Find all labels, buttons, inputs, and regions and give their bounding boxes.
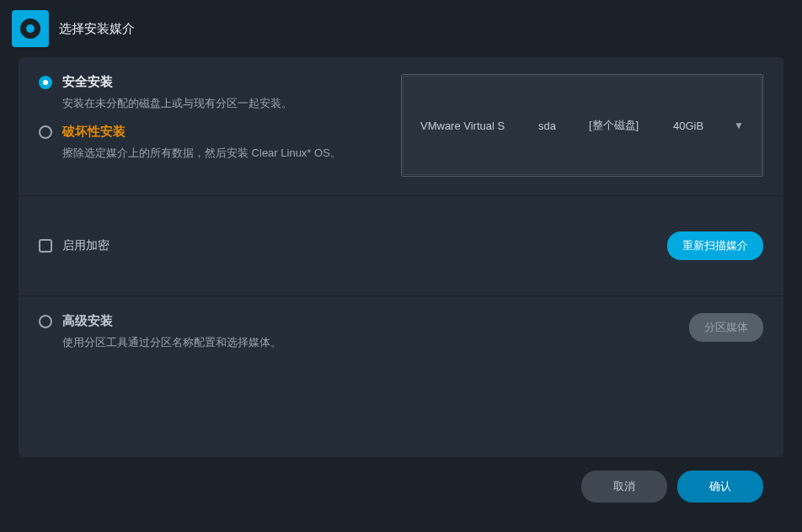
app-icon xyxy=(12,10,49,47)
radio-advanced-install[interactable]: 高级安装 使用分区工具通过分区名称配置和选择媒体。 xyxy=(39,313,281,351)
encryption-checkbox[interactable] xyxy=(39,239,52,253)
radio-destructive-install[interactable]: 破坏性安装 擦除选定媒介上的所有数据，然后安装 Clear Linux* OS。 xyxy=(39,124,376,162)
disk-size: 40GiB xyxy=(673,120,734,132)
disk-scope: [整个磁盘] xyxy=(589,118,673,133)
install-options-section: 安全安装 安装在未分配的磁盘上或与现有分区一起安装。 破坏性安装 擦除选定媒介上… xyxy=(19,57,783,196)
radio-destructive-desc: 擦除选定媒介上的所有数据，然后安装 Clear Linux* OS。 xyxy=(62,145,376,162)
disk-name: VMware Virtual S xyxy=(420,120,538,132)
footer: 取消 确认 xyxy=(19,457,783,516)
disk-dropdown[interactable]: VMware Virtual S sda [整个磁盘] 40GiB ▼ xyxy=(403,76,762,175)
encryption-section: 启用加密 重新扫描媒介 xyxy=(19,196,783,296)
confirm-button[interactable]: 确认 xyxy=(677,471,763,503)
disk-device: sda xyxy=(538,120,589,132)
radio-destructive-title: 破坏性安装 xyxy=(62,124,376,140)
encryption-checkbox-row[interactable]: 启用加密 xyxy=(39,238,110,253)
partition-button: 分区媒体 xyxy=(689,313,763,342)
radio-button-destructive[interactable] xyxy=(39,125,52,139)
radio-advanced-desc: 使用分区工具通过分区名称配置和选择媒体。 xyxy=(62,334,281,351)
encryption-label: 启用加密 xyxy=(62,238,110,253)
radio-safe-desc: 安装在未分配的磁盘上或与现有分区一起安装。 xyxy=(62,95,376,112)
cancel-button[interactable]: 取消 xyxy=(581,471,667,503)
radio-button-advanced[interactable] xyxy=(39,315,52,328)
page-title: 选择安装媒介 xyxy=(59,21,135,37)
header: 选择安装媒介 xyxy=(0,0,802,57)
disk-selector: VMware Virtual S sda [整个磁盘] 40GiB ▼ xyxy=(401,74,763,177)
advanced-section: 高级安装 使用分区工具通过分区名称配置和选择媒体。 分区媒体 xyxy=(19,296,783,368)
radio-safe-title: 安全安装 xyxy=(62,74,376,90)
chevron-down-icon: ▼ xyxy=(734,120,744,131)
radio-advanced-title: 高级安装 xyxy=(62,313,281,329)
main-panel: 安全安装 安装在未分配的磁盘上或与现有分区一起安装。 破坏性安装 擦除选定媒介上… xyxy=(19,57,783,457)
rescan-button[interactable]: 重新扫描媒介 xyxy=(667,231,763,260)
radio-button-safe[interactable] xyxy=(39,76,52,89)
radio-safe-install[interactable]: 安全安装 安装在未分配的磁盘上或与现有分区一起安装。 xyxy=(39,74,376,112)
